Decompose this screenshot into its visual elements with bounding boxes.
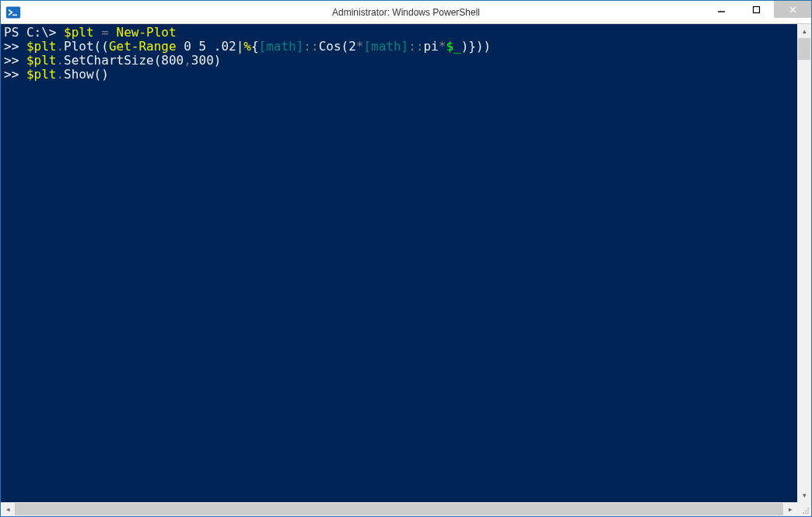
svg-point-8 — [807, 510, 809, 512]
code-segment: :: — [303, 39, 318, 54]
horizontal-scroll-thumb[interactable] — [15, 503, 783, 515]
code-segment: } — [468, 39, 476, 54]
code-segment: Cos — [319, 39, 341, 54]
terminal-line: >> $plt.Plot((Get-Range 0 5 .02|%{[math]… — [4, 40, 808, 54]
close-button[interactable] — [774, 1, 811, 18]
code-segment: | — [236, 39, 244, 54]
code-segment: PS C:\> — [4, 25, 64, 40]
code-segment: [math] — [259, 39, 304, 54]
svg-point-10 — [805, 512, 807, 514]
code-segment: (( — [94, 39, 109, 54]
code-segment: >> — [4, 53, 26, 68]
scroll-left-arrow-icon[interactable]: ◂ — [1, 502, 15, 516]
code-segment: 2 — [348, 39, 356, 54]
code-segment: New-Plot — [117, 25, 177, 40]
svg-point-9 — [803, 512, 804, 514]
svg-point-6 — [807, 508, 809, 509]
code-segment: pi — [424, 39, 439, 54]
code-segment: >> — [4, 67, 26, 82]
horizontal-scrollbar[interactable]: ◂ ▸ — [1, 502, 797, 516]
code-segment: Show — [64, 67, 94, 82]
code-segment: >> — [4, 39, 26, 54]
horizontal-scroll-track[interactable] — [15, 502, 783, 516]
code-segment: ( — [154, 53, 162, 68]
powershell-window: Administrator: Windows PowerShell PS C:\… — [0, 0, 812, 517]
scroll-down-arrow-icon[interactable]: ▾ — [797, 488, 811, 502]
window-controls — [704, 1, 811, 23]
scroll-up-arrow-icon[interactable]: ▴ — [797, 24, 811, 38]
code-segment: Get-Range — [109, 39, 177, 54]
code-segment: ) — [214, 53, 222, 68]
code-segment: $plt — [26, 53, 57, 68]
svg-rect-0 — [6, 6, 20, 18]
code-segment: . — [56, 39, 64, 54]
code-segment: . — [56, 53, 64, 68]
vertical-scrollbar[interactable]: ▴ ▾ — [797, 24, 811, 502]
code-segment: SetChartSize — [64, 53, 154, 68]
vertical-scroll-thumb[interactable] — [798, 38, 810, 60]
svg-point-7 — [805, 510, 807, 512]
size-grip-icon[interactable] — [797, 502, 811, 516]
code-segment: :: — [408, 39, 423, 54]
code-segment: { — [251, 39, 259, 54]
terminal-container: PS C:\> $plt = New-Plot>> $plt.Plot((Get… — [1, 24, 811, 516]
code-segment: 0 5 .02 — [177, 39, 236, 54]
code-segment: * — [356, 39, 364, 54]
code-segment: Plot — [64, 39, 94, 54]
titlebar[interactable]: Administrator: Windows PowerShell — [1, 1, 811, 24]
maximize-button[interactable] — [739, 1, 774, 18]
code-segment: )) — [476, 39, 491, 54]
vertical-scroll-track[interactable] — [797, 38, 811, 488]
code-segment: 300 — [191, 53, 214, 68]
code-segment: $plt — [26, 67, 57, 82]
code-segment: ) — [461, 39, 469, 54]
code-segment: $plt — [26, 39, 57, 54]
code-segment: [math] — [363, 39, 408, 54]
code-segment: = — [94, 25, 117, 40]
powershell-icon — [5, 5, 21, 20]
window-title: Administrator: Windows PowerShell — [332, 7, 480, 18]
code-segment: ( — [341, 39, 349, 54]
code-segment: 800 — [161, 53, 184, 68]
svg-point-11 — [807, 512, 809, 514]
code-segment: , — [184, 53, 191, 68]
code-segment: $_ — [446, 39, 460, 54]
minimize-button[interactable] — [704, 1, 739, 18]
scroll-right-arrow-icon[interactable]: ▸ — [783, 502, 797, 516]
terminal-line: >> $plt.SetChartSize(800,300) — [4, 54, 808, 68]
terminal-line: >> $plt.Show() — [4, 68, 808, 82]
code-segment: () — [94, 67, 109, 82]
code-segment: % — [243, 39, 251, 54]
code-segment: * — [439, 39, 446, 54]
code-segment: $plt — [64, 25, 94, 40]
svg-rect-3 — [754, 6, 760, 12]
terminal-line: PS C:\> $plt = New-Plot — [4, 26, 808, 40]
code-segment: . — [56, 67, 64, 82]
terminal[interactable]: PS C:\> $plt = New-Plot>> $plt.Plot((Get… — [1, 24, 811, 502]
